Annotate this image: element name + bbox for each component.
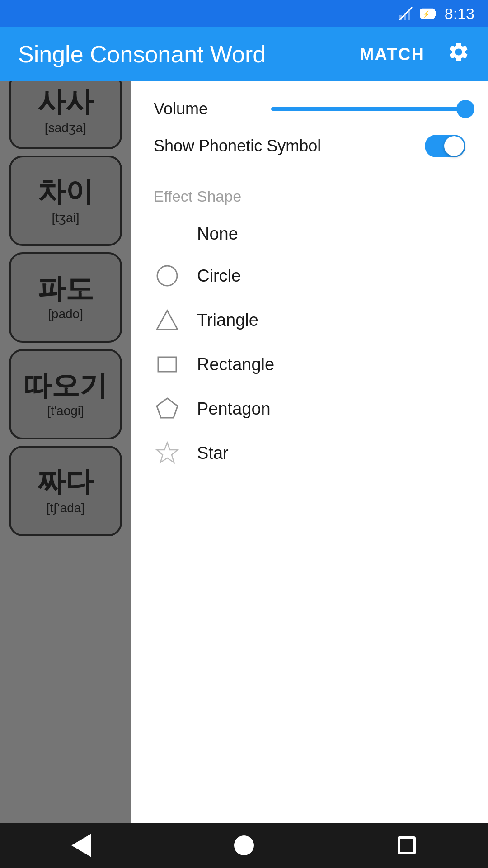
word-card-2[interactable]: 차이 [tʒai] [9,156,122,246]
svg-rect-5 [434,11,436,16]
star-icon-container [154,441,181,465]
word-card-4-korean: 따오기 [23,370,108,401]
shape-option-star[interactable]: Star [154,431,465,475]
effect-shape-label: Effect Shape [154,188,465,205]
divider [154,174,465,174]
match-button[interactable]: MATCH [360,45,425,64]
status-bar: ⚡ 8:13 [0,0,488,27]
bottom-nav [0,823,488,868]
phonetic-label: Show Phonetic Symbol [154,137,425,156]
rectangle-icon-container [154,352,181,377]
right-panel: Volume Show Phonetic Symbol Effect Shape… [131,81,488,823]
status-time: 8:13 [445,5,474,23]
shape-label-rectangle: Rectangle [197,355,274,374]
shape-option-pentagon[interactable]: Pentagon [154,387,465,431]
word-card-3[interactable]: 파도 [pado] [9,252,122,343]
volume-label: Volume [154,99,262,118]
star-icon [155,441,179,465]
shape-label-star: Star [197,443,229,463]
nav-recent-button[interactable] [389,827,425,863]
word-card-3-korean: 파도 [38,274,94,304]
word-card-3-phonetic: [pado] [48,307,83,321]
svg-rect-1 [399,15,402,20]
svg-rect-2 [404,13,406,20]
phonetic-toggle-row: Show Phonetic Symbol [154,135,465,157]
nav-back-button[interactable] [63,827,99,863]
word-card-1[interactable]: 사사 [sadʒa] [9,81,122,149]
shape-option-circle[interactable]: Circle [154,254,465,298]
shape-option-none[interactable]: None [154,214,465,254]
app-bar: Single Consonant Word MATCH [0,27,488,81]
volume-slider[interactable] [271,107,465,111]
volume-row: Volume [154,99,465,118]
triangle-icon-container [154,308,181,332]
word-card-5[interactable]: 짜다 [tʃ'ada] [9,446,122,536]
shape-label-pentagon: Pentagon [197,399,271,419]
svg-point-7 [157,266,177,286]
main-content: 사사 [sadʒa] 차이 [tʒai] 파도 [pado] 따오기 [t'ao… [0,81,488,823]
svg-rect-3 [408,10,410,20]
battery-icon: ⚡ [420,7,437,20]
app-title: Single Consonant Word [18,41,351,68]
settings-icon[interactable] [447,41,470,68]
pentagon-icon [155,396,179,421]
back-icon [71,834,91,857]
svg-rect-9 [158,357,176,372]
sidebar: 사사 [sadʒa] 차이 [tʒai] 파도 [pado] 따오기 [t'ao… [0,81,131,823]
home-icon [234,835,254,855]
shape-label-none: None [197,224,238,244]
nav-home-button[interactable] [226,827,262,863]
triangle-icon [155,308,179,332]
shape-option-triangle[interactable]: Triangle [154,298,465,342]
shape-option-rectangle[interactable]: Rectangle [154,342,465,387]
pentagon-icon-container [154,396,181,421]
word-card-4-phonetic: [t'aogi] [47,404,84,418]
rectangle-icon [155,352,179,377]
slider-track[interactable] [271,107,465,111]
svg-marker-11 [157,443,178,462]
svg-marker-8 [157,311,178,330]
status-icons: ⚡ 8:13 [399,5,474,23]
circle-icon [155,264,179,288]
word-card-5-korean: 짜다 [38,467,94,497]
word-card-4[interactable]: 따오기 [t'aogi] [9,349,122,439]
shape-label-triangle: Triangle [197,311,258,330]
phonetic-toggle[interactable] [425,135,465,157]
circle-icon-container [154,264,181,288]
shape-label-circle: Circle [197,266,241,286]
word-card-1-korean: 사사 [38,86,94,117]
signal-icon [399,6,413,21]
svg-text:⚡: ⚡ [422,10,431,18]
svg-marker-10 [157,398,178,418]
word-card-1-phonetic: [sadʒa] [45,120,86,135]
word-card-2-korean: 차이 [38,176,94,207]
recent-icon [398,836,416,854]
toggle-knob [444,136,464,156]
word-card-2-phonetic: [tʒai] [52,210,79,225]
slider-thumb[interactable] [456,100,474,118]
word-card-5-phonetic: [tʃ'ada] [47,500,84,515]
